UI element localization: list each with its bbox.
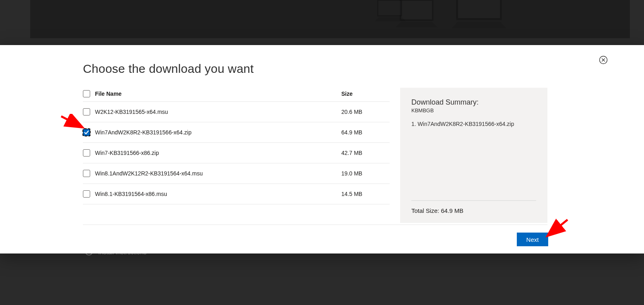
file-checkbox[interactable]: [83, 129, 90, 136]
file-checkbox[interactable]: [83, 149, 90, 157]
summary-list: 1. Win7AndW2K8R2-KB3191566-x64.zip: [411, 121, 536, 129]
svg-marker-5: [375, 17, 406, 21]
table-row: Win7AndW2K8R2-KB3191566-x64.zip64.9 MB: [83, 122, 390, 143]
next-button[interactable]: Next: [517, 233, 548, 246]
total-value: 64.9 MB: [441, 207, 463, 214]
file-checkbox[interactable]: [83, 170, 90, 177]
close-button[interactable]: [599, 56, 608, 64]
device-laptop-icon: [449, 0, 509, 32]
table-row: Win7-KB3191566-x86.zip42.7 MB: [83, 143, 390, 163]
file-size: 14.5 MB: [341, 191, 390, 197]
total-label: Total Size:: [411, 207, 439, 214]
table-row: Win8.1AndW2K12R2-KB3191564-x64.msu19.0 M…: [83, 163, 390, 184]
file-size: 64.9 MB: [341, 129, 390, 136]
table-row: Win8.1-KB3191564-x86.msu14.5 MB: [83, 184, 390, 204]
file-size: 20.6 MB: [341, 109, 390, 115]
file-checkbox[interactable]: [83, 108, 90, 115]
file-table: File Name Size W2K12-KB3191565-x64.msu20…: [83, 88, 390, 204]
file-name: Win7-KB3191566-x86.zip: [95, 150, 341, 156]
close-icon: [599, 56, 608, 64]
download-modal: Choose the download you want File Name S…: [0, 45, 644, 253]
summary-divider: [411, 200, 536, 201]
table-header: File Name Size: [83, 88, 390, 102]
check-icon: [84, 130, 89, 135]
file-name: Win7AndW2K8R2-KB3191566-x64.zip: [95, 129, 341, 136]
select-all-checkbox[interactable]: [83, 90, 90, 97]
device-laptop-icon: [372, 0, 409, 26]
svg-rect-7: [458, 0, 500, 18]
modal-title: Choose the download you want: [83, 62, 547, 76]
file-name: Win8.1AndW2K12R2-KB3191564-x64.msu: [95, 170, 341, 177]
file-checkbox[interactable]: [83, 190, 90, 198]
column-header-size: Size: [341, 91, 390, 97]
footer-divider: [83, 225, 547, 225]
svg-rect-4: [378, 1, 401, 15]
summary-units: KBMBGB: [411, 107, 536, 113]
file-name: Win8.1-KB3191564-x86.msu: [95, 191, 341, 197]
summary-card: Download Summary: KBMBGB 1. Win7AndW2K8R…: [400, 88, 547, 223]
svg-marker-8: [452, 22, 506, 28]
page-dark-bottom: [0, 253, 644, 305]
file-size: 42.7 MB: [341, 150, 390, 156]
summary-total: Total Size: 64.9 MB: [411, 207, 536, 214]
file-size: 19.0 MB: [341, 170, 390, 177]
column-header-name: File Name: [95, 91, 341, 97]
summary-item: 1. Win7AndW2K8R2-KB3191566-x64.zip: [411, 121, 536, 127]
file-name: W2K12-KB3191565-x64.msu: [95, 109, 341, 115]
page-hero-band: [30, 0, 630, 38]
table-row: W2K12-KB3191565-x64.msu20.6 MB: [83, 102, 390, 122]
summary-heading: Download Summary:: [411, 98, 536, 107]
